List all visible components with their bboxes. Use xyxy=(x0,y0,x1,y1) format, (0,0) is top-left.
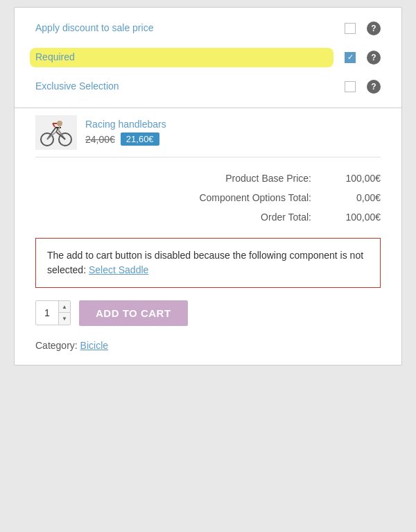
quantity-field[interactable]: 1 xyxy=(36,307,58,318)
item-row: Racing handlebars 24,00€ 21,60€ xyxy=(35,108,381,157)
order-total-row: Order Total: 100,00€ xyxy=(35,207,381,227)
required-label: Required xyxy=(30,48,333,67)
warning-box: The add to cart button is disabled becau… xyxy=(35,238,381,288)
item-thumbnail-svg xyxy=(39,117,73,148)
select-saddle-link[interactable]: Select Saddle xyxy=(89,264,148,275)
item-name: Racing handlebars xyxy=(85,119,381,130)
category-label: Category: xyxy=(35,340,80,351)
quantity-input[interactable]: 1 ▲ ▼ xyxy=(35,300,71,325)
price-original: 24,00€ xyxy=(85,134,115,145)
category-line: Category: Bicicle xyxy=(35,337,381,351)
item-thumbnail xyxy=(35,115,77,150)
item-info: Racing handlebars 24,00€ 21,60€ xyxy=(85,119,381,146)
base-price-row: Product Base Price: 100,00€ xyxy=(35,169,381,188)
price-sale: 21,60€ xyxy=(121,132,159,146)
exclusive-selection-row: Exclusive Selection ? xyxy=(35,80,381,94)
settings-panel: Apply discount to sale price ? Required … xyxy=(15,8,401,108)
component-total-label: Component Options Total: xyxy=(35,192,311,203)
order-total-label: Order Total: xyxy=(35,212,311,223)
order-total-value: 100,00€ xyxy=(311,212,381,223)
quantity-up-arrow[interactable]: ▲ xyxy=(59,301,70,313)
exclusive-selection-label: Exclusive Selection xyxy=(35,80,333,94)
cart-row: 1 ▲ ▼ ADD TO CART xyxy=(35,300,381,326)
page-wrapper: Apply discount to sale price ? Required … xyxy=(14,7,402,366)
quantity-arrows: ▲ ▼ xyxy=(58,301,70,325)
base-price-label: Product Base Price: xyxy=(35,173,311,184)
exclusive-selection-checkbox[interactable] xyxy=(345,81,356,92)
svg-point-10 xyxy=(57,121,62,126)
exclusive-selection-help-icon[interactable]: ? xyxy=(367,80,381,94)
base-price-value: 100,00€ xyxy=(311,173,381,184)
add-to-cart-button[interactable]: ADD TO CART xyxy=(79,300,188,326)
required-row: Required ? xyxy=(35,48,381,67)
apply-discount-row: Apply discount to sale price ? xyxy=(35,22,381,35)
component-total-value: 0,00€ xyxy=(311,192,381,203)
product-section: Racing handlebars 24,00€ 21,60€ Product … xyxy=(15,108,401,365)
required-help-icon[interactable]: ? xyxy=(367,51,381,65)
apply-discount-checkbox[interactable] xyxy=(345,23,356,34)
category-link[interactable]: Bicicle xyxy=(80,340,108,351)
apply-discount-help-icon[interactable]: ? xyxy=(367,22,381,35)
price-table: Product Base Price: 100,00€ Component Op… xyxy=(35,169,381,227)
component-total-row: Component Options Total: 0,00€ xyxy=(35,188,381,207)
quantity-down-arrow[interactable]: ▼ xyxy=(59,313,70,325)
apply-discount-label: Apply discount to sale price xyxy=(35,22,333,35)
required-checkbox[interactable] xyxy=(345,52,356,63)
item-prices: 24,00€ 21,60€ xyxy=(85,132,381,146)
